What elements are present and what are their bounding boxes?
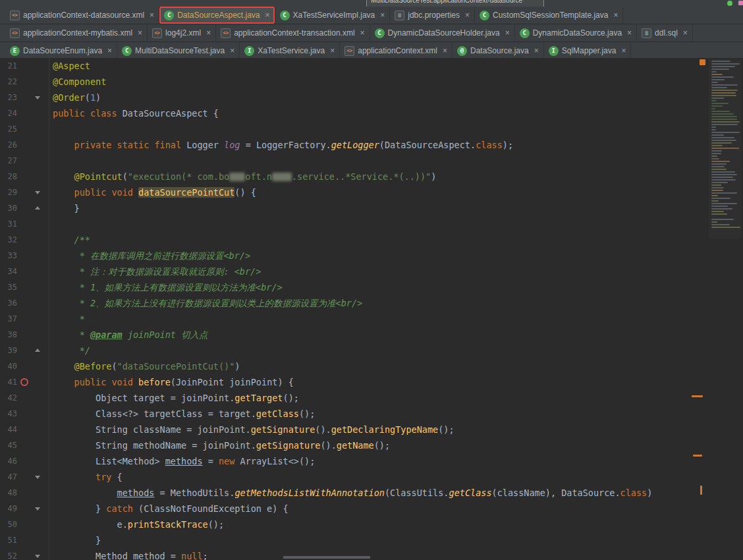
tab-close-icon[interactable]: × (613, 11, 618, 19)
code-text[interactable]: } (49, 532, 743, 548)
minimap-row (711, 155, 717, 157)
code-text[interactable]: } (49, 200, 743, 216)
code-text[interactable]: public void dataSourcePointCut() { (49, 184, 743, 200)
tab-close-icon[interactable]: × (150, 11, 154, 19)
code-text[interactable]: Class<?> targetClass = target.getClass()… (49, 406, 743, 422)
tab-close-icon[interactable]: × (443, 47, 447, 55)
stripe-dash-2[interactable] (693, 455, 702, 457)
code-text[interactable]: public class DataSourceAspect { (49, 105, 743, 121)
tab-close-icon[interactable]: × (360, 29, 365, 37)
tab-close-icon[interactable]: × (627, 29, 632, 37)
tab-jdbc-properties[interactable]: ≡jdbc.properties× (390, 7, 475, 24)
fold-down-icon[interactable] (35, 476, 40, 482)
line-number: 46 (0, 453, 17, 469)
code-text[interactable]: String className = joinPoint.getSignatur… (49, 422, 743, 437)
code-text[interactable]: Method method = null; (49, 548, 743, 560)
minimap[interactable] (709, 59, 742, 238)
tab-xatestserviceimpl-java[interactable]: CXaTestServiceImpl.java× (275, 7, 391, 24)
code-text[interactable]: List<Method> methods = new ArrayList<>()… (49, 453, 743, 469)
tab-close-icon[interactable]: × (621, 47, 626, 55)
minimap-row (711, 158, 719, 159)
tab-applicationcontext-mybatis-xml[interactable]: <>applicationContext-mybatis.xml× (5, 24, 148, 42)
code-text[interactable]: Object target = joinPoint.getTarget(); (49, 390, 743, 406)
class-file-icon: C (122, 46, 132, 56)
code-text[interactable]: /** (49, 232, 743, 248)
fold-up-icon[interactable] (35, 346, 40, 352)
tab-datasourceenum-java[interactable]: EDataSourceEnum.java× (5, 42, 117, 59)
tab-applicationcontext-transaction-xml[interactable]: <>applicationContext-transaction.xml× (216, 24, 370, 42)
code-text[interactable]: */ (49, 343, 743, 358)
code-text[interactable]: String methodName = joinPoint.getSignatu… (49, 437, 743, 453)
tab-datasource-java[interactable]: @DataSource.java× (453, 42, 544, 59)
tab-close-icon[interactable]: × (505, 29, 510, 37)
aop-advice-icon[interactable] (20, 378, 28, 386)
tab-dynamicdatasource-java[interactable]: CDynamicDataSource.java× (515, 24, 637, 42)
line-number: 45 (0, 437, 17, 453)
hscroll-thumb[interactable] (283, 556, 370, 559)
code-text[interactable]: * (49, 311, 743, 327)
code-token: @Component (53, 76, 106, 87)
fold-down-icon[interactable] (35, 96, 40, 102)
code-text[interactable] (49, 216, 743, 232)
code-text[interactable] (49, 153, 743, 169)
tab-datasourceaspect-java[interactable]: CDataSourceAspect.java× (159, 7, 275, 24)
analysis-status-square[interactable] (700, 59, 705, 65)
tab-close-icon[interactable]: × (465, 11, 470, 19)
tab-customsqlsessiontemplate-java[interactable]: CCustomSqlSessionTemplate.java× (475, 7, 623, 24)
fold-down-icon[interactable] (35, 191, 40, 197)
code-text[interactable]: * 2、如果方法上没有进行数据源设置则以类上的数据源设置为准<br/> (49, 295, 743, 311)
code-text[interactable]: } catch (ClassNotFoundException e) { (49, 501, 743, 517)
code-token: (); (208, 519, 224, 530)
code-token: log (224, 140, 240, 150)
code-text[interactable]: @Aspect (49, 58, 743, 74)
code-text[interactable]: * 注：对于数据源设置采取就近原则: <br/> (49, 264, 743, 279)
stripe-dash-1[interactable] (692, 395, 703, 397)
tab-label: log4j2.xml (165, 28, 201, 38)
tab-applicationcontext-xml[interactable]: <>applicationContext.xml× (340, 42, 453, 59)
tab-dynamicdatasourceholder-java[interactable]: CDynamicDataSourceHolder.java× (370, 24, 515, 42)
code-token: Logger (186, 140, 224, 150)
code-text[interactable]: private static final Logger log = Logger… (49, 137, 743, 153)
fold-slot (32, 346, 43, 355)
tab-ddl-sql[interactable]: ≣ddl.sql× (637, 24, 693, 42)
tab-row-3: EDataSourceEnum.java×CMultiDataSourceTes… (0, 42, 743, 60)
tab-close-icon[interactable]: × (330, 47, 335, 55)
code-token: = (203, 456, 219, 466)
code-line: 35 * 1、如果方法上有数据源设置则以方法为准<br/> (0, 279, 743, 295)
code-token: = LoggerFactory. (240, 140, 331, 150)
fold-up-icon[interactable] (35, 204, 40, 210)
run-configuration-input[interactable]: MultiDataSourceTest.applicationContext-d… (366, 0, 544, 7)
code-text[interactable]: @Before("dataSourcePointCut()") (49, 358, 743, 374)
code-line: 34 * 注：对于数据源设置采取就近原则: <br/> (0, 264, 743, 279)
code-token: } (53, 203, 80, 213)
tab-close-icon[interactable]: × (138, 29, 142, 37)
tab-close-icon[interactable]: × (230, 47, 234, 55)
tab-xatestservice-java[interactable]: IXaTestService.java× (240, 42, 340, 59)
main-toolbar: MultiDataSourceTest.applicationContext-d… (0, 0, 743, 7)
code-text[interactable] (49, 121, 743, 137)
code-text[interactable]: @Pointcut("execution(* com.booft.n.servi… (49, 169, 743, 184)
code-text[interactable]: try { (49, 469, 743, 485)
tab-close-icon[interactable]: × (265, 11, 270, 19)
tab-sqlmapper-java[interactable]: ISqlMapper.java× (544, 42, 632, 59)
code-text[interactable]: public void before(JoinPoint joinPoint) … (49, 374, 743, 390)
tab-close-icon[interactable]: × (380, 11, 385, 19)
tab-close-icon[interactable]: × (206, 29, 211, 37)
code-text[interactable]: * 1、如果方法上有数据源设置则以方法为准<br/> (49, 279, 743, 295)
code-text[interactable]: * 在数据库调用之前进行数据源设置<br/> (49, 248, 743, 264)
tab-close-icon[interactable]: × (534, 47, 539, 55)
fold-down-icon[interactable] (35, 555, 40, 560)
code-token: public void (53, 377, 138, 387)
tab-close-icon[interactable]: × (683, 29, 688, 37)
tab-multidatasourcetest-java[interactable]: CMultiDataSourceTest.java× (117, 42, 240, 59)
tab-log4j2-xml[interactable]: <>log4j2.xml× (148, 24, 216, 42)
code-token: List<Method> (53, 456, 165, 466)
code-text[interactable]: @Component (49, 74, 743, 90)
code-text[interactable]: * @param joinPoint 切入点 (49, 327, 743, 343)
code-text[interactable]: @Order(1) (49, 90, 743, 105)
code-text[interactable]: e.printStackTrace(); (49, 517, 743, 532)
tab-close-icon[interactable]: × (107, 47, 112, 55)
tab-applicationcontext-datasource-xml[interactable]: <>applicationContext-datasource.xml× (5, 7, 159, 24)
fold-down-icon[interactable] (35, 507, 40, 513)
code-text[interactable]: methods = MethodUtils.getMethodsListWith… (49, 485, 743, 501)
